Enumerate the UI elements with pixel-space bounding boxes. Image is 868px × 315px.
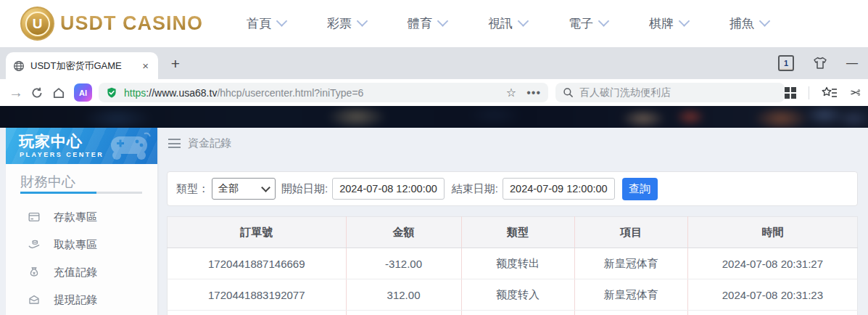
browser-tab[interactable]: USDT加密货币GAME × [6,52,158,79]
tab-title: USDT加密货币GAME [30,60,140,73]
nav-item-sports[interactable]: 體育 [408,15,447,32]
cell-item: 新皇冠体育 [574,248,687,279]
apps-grid-icon[interactable] [785,87,796,99]
cell-amount: 312.00 [346,279,461,311]
end-date-label: 結束日期: [452,182,498,196]
casino-nav-menu: 首頁 彩票 體育 視訊 電子 棋牌 捕魚 [247,15,810,32]
ai-assistant-icon[interactable]: AI [74,83,92,102]
cell-type: 额度转出 [461,248,574,279]
query-button[interactable]: 查詢 [622,178,658,200]
end-date-input[interactable]: 2024-07-09 12:00:00 [503,178,615,200]
minimize-window-icon[interactable]: — [846,57,858,70]
deposit-card-icon [28,211,41,223]
chevron-down-icon [759,15,771,27]
cell-time: 2024-07-08 20:31:27 [687,248,857,279]
forward-icon[interactable]: → [6,84,26,101]
sidebar-title: 玩家中心 [19,131,83,152]
tab-close-icon[interactable]: × [140,60,151,72]
globe-icon [13,60,25,72]
screenshot-scissors-icon[interactable]: ✂ [850,85,861,101]
nav-item-slots[interactable]: 電子 [569,15,608,32]
chevron-down-icon [437,15,449,27]
type-label: 類型： [176,182,209,196]
toolbar-divider [809,86,809,99]
casino-top-nav: U USDT CASINO 首頁 彩票 體育 視訊 電子 棋牌 捕魚 [0,0,868,48]
col-header-order: 訂單號 [168,217,347,248]
table-header-row: 訂單號 金額 類型 項目 時間 [168,217,858,248]
search-icon [563,87,574,98]
sidebar-item-deposit[interactable]: 存款專區 [6,203,157,231]
col-header-item: 項目 [574,217,687,248]
home-icon[interactable] [48,86,70,99]
sidebar-item-recharge-records[interactable]: 充值記錄 [6,258,157,286]
theme-tshirt-icon[interactable] [813,57,827,70]
casino-logo-coin-icon: U [20,7,54,41]
address-bar[interactable]: https://www.usa68.tv/hhcp/usercenter.htm… [99,83,548,102]
nav-item-lottery[interactable]: 彩票 [327,15,366,32]
cell-order: 1720441887146669 [168,248,347,279]
col-header-type: 類型 [461,217,574,248]
nav-item-boardgames[interactable]: 棋牌 [649,15,688,32]
sidebar-subtitle: PLAYERS CENTER [20,151,104,158]
table-row [168,311,858,315]
sidebar-item-withdraw[interactable]: 取款專區 [6,231,157,258]
cell-time: 2024-07-08 20:31:23 [687,279,857,311]
start-date-input[interactable]: 2024-07-08 12:00:00 [332,178,445,200]
page-content: 玩家中心 PLAYERS CENTER 財務中心 [0,128,868,315]
table-row: 1720441883192077 312.00 额度转入 新皇冠体育 2024-… [168,279,858,311]
finance-center-underline [20,192,142,194]
cell-item: 新皇冠体育 [574,279,687,311]
type-select[interactable]: 全部 [212,178,276,200]
chevron-down-icon [679,15,690,27]
security-shield-icon [106,87,117,99]
chevron-down-icon [518,15,529,27]
withdraw-hand-icon [28,239,41,250]
players-center-sidebar: 玩家中心 PLAYERS CENTER 財務中心 [6,128,157,315]
table-row: 1720441887146669 -312.00 额度转出 新皇冠体育 2024… [168,248,858,279]
search-placeholder: 百人破门洗劫便利店 [579,86,671,99]
gamepad-icon [107,131,152,160]
chevron-down-icon [357,15,368,27]
browser-tab-strip: USDT加密货币GAME × + 1 — [0,47,868,79]
nav-item-video[interactable]: 視訊 [488,15,527,32]
favorites-list-icon[interactable] [822,86,838,99]
cell-order: 1720441883192077 [168,279,347,311]
col-header-amount: 金額 [346,217,461,248]
cell-amount: -312.00 [346,248,461,279]
chevron-down-icon [261,183,270,192]
finance-center-title: 財務中心 [20,173,75,192]
sidebar-menu: 存款專區 取款專區 充值記錄 [6,203,157,314]
fund-records-table: 訂單號 金額 類型 項目 時間 1720441887146669 -312.00… [167,216,858,315]
start-date-label: 開始日期: [281,182,328,196]
new-tab-button[interactable]: + [167,56,184,73]
moneybag-icon [28,266,41,278]
casino-logo[interactable]: U USDT CASINO [20,7,203,41]
tab-counter-button[interactable]: 1 [778,55,794,71]
col-header-time: 時間 [687,217,857,248]
main-panel: 資金記錄 類型： 全部 開始日期: 2024-07-08 12:00:00 結束… [167,128,859,315]
menu-toggle-icon[interactable] [168,139,181,148]
casino-logo-text: USDT CASINO [60,12,203,35]
logo-letter: U [25,12,50,36]
browser-toolbar: → AI https://www.usa68.tv/hhcp/usercente… [0,79,868,106]
wallet-icon [28,294,41,306]
sidebar-header: 玩家中心 PLAYERS CENTER [6,128,157,164]
chevron-down-icon [276,15,288,27]
sidebar-item-withdrawal-records[interactable]: 提現記錄 [6,286,157,314]
page-title: 資金記錄 [188,136,231,150]
chevron-down-icon [598,15,610,27]
bookmark-star-icon[interactable]: ☆ [506,86,516,99]
page-top-banner [0,106,868,128]
filter-bar: 類型： 全部 開始日期: 2024-07-08 12:00:00 結束日期: 2… [167,171,858,206]
search-input[interactable]: 百人破门洗劫便利店 [555,83,785,102]
more-options-icon[interactable]: ••• [526,86,541,99]
url-text: https://www.usa68.tv/hhcp/usercenter.htm… [124,87,506,99]
cell-type: 额度转入 [461,279,574,311]
nav-item-fishing[interactable]: 捕魚 [729,15,769,32]
nav-item-home[interactable]: 首頁 [247,15,286,32]
reload-icon[interactable] [26,86,48,99]
